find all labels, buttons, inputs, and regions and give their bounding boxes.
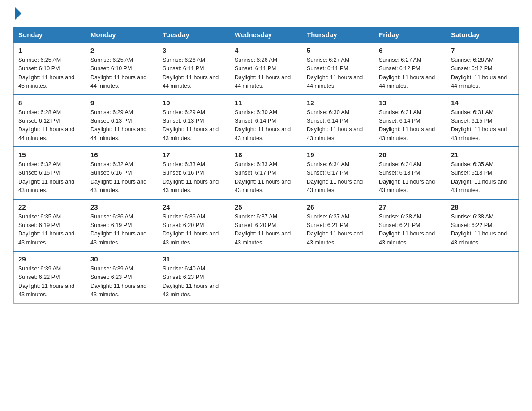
day-info: Sunrise: 6:30 AMSunset: 6:14 PMDaylight:… [307, 108, 369, 143]
day-info: Sunrise: 6:38 AMSunset: 6:21 PMDaylight:… [379, 213, 442, 248]
day-number: 28 [451, 203, 514, 211]
day-number: 19 [307, 151, 369, 158]
day-info: Sunrise: 6:33 AMSunset: 6:17 PMDaylight:… [235, 160, 297, 195]
weekday-header-wednesday: Wednesday [230, 27, 302, 43]
logo-arrow-icon [15, 7, 21, 20]
day-number: 27 [379, 203, 442, 211]
day-number: 30 [90, 255, 153, 263]
weekday-header-monday: Monday [86, 27, 158, 43]
day-number: 12 [307, 99, 369, 107]
weekday-header-row: SundayMondayTuesdayWednesdayThursdayFrid… [14, 27, 519, 43]
day-number: 1 [18, 47, 81, 54]
day-number: 5 [307, 47, 369, 54]
day-number: 25 [235, 203, 297, 211]
empty-cell [302, 251, 374, 303]
day-number: 18 [235, 151, 297, 158]
weekday-header-tuesday: Tuesday [158, 27, 230, 43]
day-number: 9 [90, 99, 153, 107]
day-number: 7 [451, 47, 514, 54]
day-info: Sunrise: 6:25 AMSunset: 6:10 PMDaylight:… [90, 56, 153, 91]
day-info: Sunrise: 6:33 AMSunset: 6:16 PMDaylight:… [163, 160, 225, 195]
empty-cell [230, 251, 302, 303]
day-cell-17: 17Sunrise: 6:33 AMSunset: 6:16 PMDayligh… [158, 147, 230, 199]
day-cell-29: 29Sunrise: 6:39 AMSunset: 6:22 PMDayligh… [14, 251, 86, 303]
day-number: 29 [18, 255, 81, 263]
weekday-header-friday: Friday [374, 27, 446, 43]
day-number: 4 [235, 47, 297, 54]
day-number: 21 [451, 151, 514, 158]
day-cell-31: 31Sunrise: 6:40 AMSunset: 6:23 PMDayligh… [158, 251, 230, 303]
day-info: Sunrise: 6:40 AMSunset: 6:23 PMDaylight:… [163, 265, 225, 300]
day-cell-6: 6Sunrise: 6:27 AMSunset: 6:12 PMDaylight… [374, 43, 446, 95]
day-cell-5: 5Sunrise: 6:27 AMSunset: 6:11 PMDaylight… [302, 43, 374, 95]
day-cell-1: 1Sunrise: 6:25 AMSunset: 6:10 PMDaylight… [14, 43, 86, 95]
week-row-1: 1Sunrise: 6:25 AMSunset: 6:10 PMDaylight… [14, 43, 519, 95]
day-info: Sunrise: 6:39 AMSunset: 6:22 PMDaylight:… [18, 265, 81, 300]
day-info: Sunrise: 6:32 AMSunset: 6:15 PMDaylight:… [18, 160, 81, 195]
week-row-4: 22Sunrise: 6:35 AMSunset: 6:19 PMDayligh… [14, 199, 519, 252]
calendar-table: SundayMondayTuesdayWednesdayThursdayFrid… [13, 27, 519, 304]
day-number: 26 [307, 203, 369, 211]
day-number: 13 [379, 99, 442, 107]
day-number: 2 [90, 47, 153, 54]
day-cell-26: 26Sunrise: 6:37 AMSunset: 6:21 PMDayligh… [302, 199, 374, 252]
day-info: Sunrise: 6:31 AMSunset: 6:15 PMDaylight:… [451, 108, 514, 143]
day-cell-28: 28Sunrise: 6:38 AMSunset: 6:22 PMDayligh… [446, 199, 519, 252]
day-info: Sunrise: 6:29 AMSunset: 6:13 PMDaylight:… [90, 108, 153, 143]
week-row-2: 8Sunrise: 6:28 AMSunset: 6:12 PMDaylight… [14, 95, 519, 147]
day-info: Sunrise: 6:35 AMSunset: 6:18 PMDaylight:… [451, 160, 514, 195]
day-number: 31 [163, 255, 225, 263]
day-cell-7: 7Sunrise: 6:28 AMSunset: 6:12 PMDaylight… [446, 43, 519, 95]
day-number: 20 [379, 151, 442, 158]
day-info: Sunrise: 6:28 AMSunset: 6:12 PMDaylight:… [18, 108, 81, 143]
day-info: Sunrise: 6:34 AMSunset: 6:18 PMDaylight:… [379, 160, 442, 195]
day-number: 22 [18, 203, 81, 211]
empty-cell [446, 251, 519, 303]
day-number: 3 [163, 47, 225, 54]
day-info: Sunrise: 6:35 AMSunset: 6:19 PMDaylight:… [18, 213, 81, 248]
day-cell-18: 18Sunrise: 6:33 AMSunset: 6:17 PMDayligh… [230, 147, 302, 199]
weekday-header-thursday: Thursday [302, 27, 374, 43]
week-row-3: 15Sunrise: 6:32 AMSunset: 6:15 PMDayligh… [14, 147, 519, 199]
day-number: 11 [235, 99, 297, 107]
day-number: 10 [163, 99, 225, 107]
day-cell-19: 19Sunrise: 6:34 AMSunset: 6:17 PMDayligh… [302, 147, 374, 199]
day-cell-30: 30Sunrise: 6:39 AMSunset: 6:23 PMDayligh… [86, 251, 158, 303]
day-cell-8: 8Sunrise: 6:28 AMSunset: 6:12 PMDaylight… [14, 95, 86, 147]
day-info: Sunrise: 6:29 AMSunset: 6:13 PMDaylight:… [163, 108, 225, 143]
day-info: Sunrise: 6:30 AMSunset: 6:14 PMDaylight:… [235, 108, 297, 143]
day-cell-25: 25Sunrise: 6:37 AMSunset: 6:20 PMDayligh… [230, 199, 302, 252]
page-header [13, 9, 519, 18]
day-info: Sunrise: 6:37 AMSunset: 6:21 PMDaylight:… [307, 213, 369, 248]
day-info: Sunrise: 6:31 AMSunset: 6:14 PMDaylight:… [379, 108, 442, 143]
day-info: Sunrise: 6:27 AMSunset: 6:11 PMDaylight:… [307, 56, 369, 91]
day-number: 14 [451, 99, 514, 107]
day-cell-23: 23Sunrise: 6:36 AMSunset: 6:19 PMDayligh… [86, 199, 158, 252]
day-cell-14: 14Sunrise: 6:31 AMSunset: 6:15 PMDayligh… [446, 95, 519, 147]
day-cell-27: 27Sunrise: 6:38 AMSunset: 6:21 PMDayligh… [374, 199, 446, 252]
day-cell-9: 9Sunrise: 6:29 AMSunset: 6:13 PMDaylight… [86, 95, 158, 147]
day-cell-16: 16Sunrise: 6:32 AMSunset: 6:16 PMDayligh… [86, 147, 158, 199]
day-number: 8 [18, 99, 81, 107]
weekday-header-sunday: Sunday [14, 27, 86, 43]
day-cell-24: 24Sunrise: 6:36 AMSunset: 6:20 PMDayligh… [158, 199, 230, 252]
day-info: Sunrise: 6:26 AMSunset: 6:11 PMDaylight:… [163, 56, 225, 91]
day-info: Sunrise: 6:32 AMSunset: 6:16 PMDaylight:… [90, 160, 153, 195]
empty-cell [374, 251, 446, 303]
day-number: 15 [18, 151, 81, 158]
day-cell-11: 11Sunrise: 6:30 AMSunset: 6:14 PMDayligh… [230, 95, 302, 147]
day-cell-12: 12Sunrise: 6:30 AMSunset: 6:14 PMDayligh… [302, 95, 374, 147]
day-info: Sunrise: 6:36 AMSunset: 6:20 PMDaylight:… [163, 213, 225, 248]
day-info: Sunrise: 6:27 AMSunset: 6:12 PMDaylight:… [379, 56, 442, 91]
day-cell-2: 2Sunrise: 6:25 AMSunset: 6:10 PMDaylight… [86, 43, 158, 95]
day-cell-10: 10Sunrise: 6:29 AMSunset: 6:13 PMDayligh… [158, 95, 230, 147]
day-cell-15: 15Sunrise: 6:32 AMSunset: 6:15 PMDayligh… [14, 147, 86, 199]
day-info: Sunrise: 6:36 AMSunset: 6:19 PMDaylight:… [90, 213, 153, 248]
day-number: 6 [379, 47, 442, 54]
day-cell-22: 22Sunrise: 6:35 AMSunset: 6:19 PMDayligh… [14, 199, 86, 252]
day-info: Sunrise: 6:38 AMSunset: 6:22 PMDaylight:… [451, 213, 514, 248]
day-cell-4: 4Sunrise: 6:26 AMSunset: 6:11 PMDaylight… [230, 43, 302, 95]
week-row-5: 29Sunrise: 6:39 AMSunset: 6:22 PMDayligh… [14, 251, 519, 303]
day-info: Sunrise: 6:25 AMSunset: 6:10 PMDaylight:… [18, 56, 81, 91]
logo [13, 9, 21, 18]
